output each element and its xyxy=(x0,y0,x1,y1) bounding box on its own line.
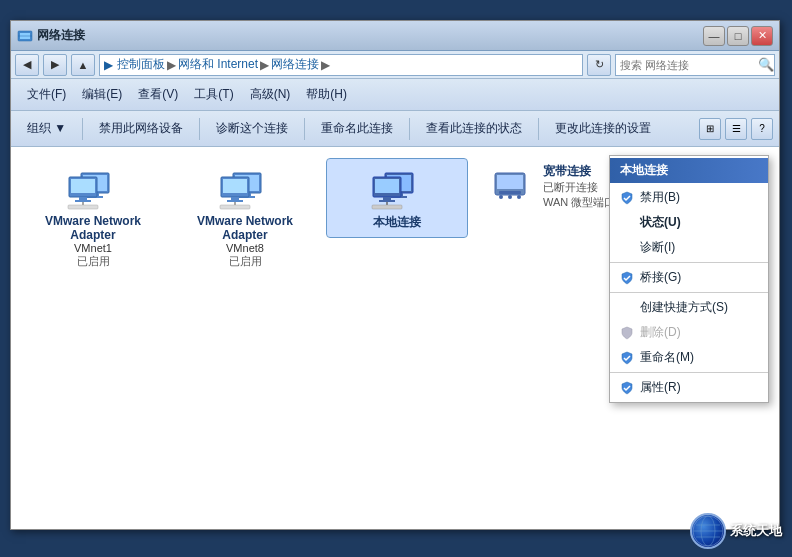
title-bar-left: 网络连接 xyxy=(17,27,85,44)
watermark: 系统天地 xyxy=(690,513,782,549)
vmnet8-card[interactable]: VMware Network Adapter VMnet8 已启用 xyxy=(175,159,315,275)
vmnet1-card[interactable]: VMware Network Adapter VMnet1 已启用 xyxy=(23,159,163,275)
vmnet1-status: 已启用 xyxy=(77,254,110,269)
vmnet8-sub: VMnet8 xyxy=(226,242,264,254)
ctx-shortcut[interactable]: 创建快捷方式(S) xyxy=(610,295,768,320)
back-button[interactable]: ◀ xyxy=(15,54,39,76)
menu-view[interactable]: 查看(V) xyxy=(130,82,186,107)
breadcrumb-home[interactable]: ▶ xyxy=(104,58,113,72)
breadcrumb-network-connections[interactable]: 网络连接 xyxy=(271,56,319,73)
close-button[interactable]: ✕ xyxy=(751,26,773,46)
ctx-diagnose[interactable]: 诊断(I) xyxy=(610,235,768,260)
divider-2 xyxy=(199,118,200,140)
refresh-button[interactable]: ↻ xyxy=(587,54,611,76)
ctx-delete-label: 删除(D) xyxy=(640,324,681,341)
main-window: 网络连接 — □ ✕ ◀ ▶ ▲ ▶ 控制面板 ▶ 网络和 Internet ▶… xyxy=(10,20,780,530)
menu-help[interactable]: 帮助(H) xyxy=(298,82,355,107)
ctx-rename[interactable]: 重命名(M) xyxy=(610,345,768,370)
menu-tools[interactable]: 工具(T) xyxy=(186,82,241,107)
content-area: VMware Network Adapter VMnet1 已启用 xyxy=(11,147,779,529)
shield-icon-delete xyxy=(620,326,634,340)
svg-point-36 xyxy=(499,195,503,199)
organize-button[interactable]: 组织 ▼ xyxy=(17,117,76,140)
breadcrumb-control-panel[interactable]: 控制面板 xyxy=(117,56,165,73)
watermark-text: 系统天地 xyxy=(730,522,782,540)
up-button[interactable]: ▲ xyxy=(71,54,95,76)
divider-4 xyxy=(409,118,410,140)
svg-rect-28 xyxy=(375,179,399,193)
ctx-sep-3 xyxy=(610,372,768,373)
svg-rect-32 xyxy=(372,205,402,209)
svg-rect-35 xyxy=(499,191,521,194)
title-bar-buttons: — □ ✕ xyxy=(703,26,773,46)
minimize-button[interactable]: — xyxy=(703,26,725,46)
vmnet8-status: 已启用 xyxy=(229,254,262,269)
watermark-globe xyxy=(690,513,726,549)
ctx-properties[interactable]: 属性(R) xyxy=(610,375,768,400)
title-bar: 网络连接 — □ ✕ xyxy=(11,21,779,51)
breadcrumb-network-internet[interactable]: 网络和 Internet xyxy=(178,56,258,73)
search-icon[interactable]: 🔍 xyxy=(758,57,774,72)
context-menu: 本地连接 禁用(B) 状态(U) 诊断(I) xyxy=(609,155,769,403)
menu-advanced[interactable]: 高级(N) xyxy=(242,82,299,107)
address-bar: ◀ ▶ ▲ ▶ 控制面板 ▶ 网络和 Internet ▶ 网络连接 ▶ ↻ 🔍 xyxy=(11,51,779,79)
svg-point-38 xyxy=(517,195,521,199)
local-icon xyxy=(367,165,427,210)
window-title: 网络连接 xyxy=(37,27,85,44)
local-name: 本地连接 xyxy=(373,214,421,231)
change-settings-button[interactable]: 更改此连接的设置 xyxy=(545,117,661,140)
diagnose-button[interactable]: 诊断这个连接 xyxy=(206,117,298,140)
help-button[interactable]: ? xyxy=(751,118,773,140)
ctx-disable[interactable]: 禁用(B) xyxy=(610,185,768,210)
svg-rect-20 xyxy=(227,200,243,202)
svg-rect-34 xyxy=(497,175,523,189)
disable-device-button[interactable]: 禁用此网络设备 xyxy=(89,117,193,140)
ctx-rename-label: 重命名(M) xyxy=(640,349,694,366)
ctx-shortcut-label: 创建快捷方式(S) xyxy=(640,299,728,316)
ctx-delete: 删除(D) xyxy=(610,320,768,345)
ctx-sep-1 xyxy=(610,262,768,263)
vmnet8-name: VMware Network Adapter xyxy=(181,214,309,242)
action-bar: 组织 ▼ 禁用此网络设备 诊断这个连接 重命名此连接 查看此连接的状态 更改此连… xyxy=(11,111,779,147)
vmnet8-icon xyxy=(215,165,275,210)
address-path[interactable]: ▶ 控制面板 ▶ 网络和 Internet ▶ 网络连接 ▶ xyxy=(99,54,583,76)
view-icon-button[interactable]: ⊞ xyxy=(699,118,721,140)
vmnet1-sub: VMnet1 xyxy=(74,242,112,254)
svg-rect-22 xyxy=(220,205,250,209)
shield-icon-bridge xyxy=(620,271,634,285)
shield-icon-rename xyxy=(620,351,634,365)
view-list-button[interactable]: ☰ xyxy=(725,118,747,140)
context-menu-header: 本地连接 xyxy=(610,158,768,183)
menu-bar: 文件(F) 编辑(E) 查看(V) 工具(T) 高级(N) 帮助(H) xyxy=(11,79,779,111)
shield-icon-properties xyxy=(620,381,634,395)
svg-point-37 xyxy=(508,195,512,199)
divider-1 xyxy=(82,118,83,140)
svg-rect-12 xyxy=(68,205,98,209)
ctx-diagnose-label: 诊断(I) xyxy=(640,239,675,256)
menu-edit[interactable]: 编辑(E) xyxy=(74,82,130,107)
menu-file[interactable]: 文件(F) xyxy=(19,82,74,107)
ctx-bridge[interactable]: 桥接(G) xyxy=(610,265,768,290)
search-box: 🔍 xyxy=(615,54,775,76)
svg-rect-9 xyxy=(79,197,87,200)
window-icon xyxy=(17,28,33,44)
svg-rect-8 xyxy=(71,179,95,193)
svg-rect-30 xyxy=(379,200,395,202)
svg-rect-18 xyxy=(223,179,247,193)
ctx-status[interactable]: 状态(U) xyxy=(610,210,768,235)
action-bar-right: ⊞ ☰ ? xyxy=(699,118,773,140)
ctx-disable-label: 禁用(B) xyxy=(640,189,680,206)
svg-rect-10 xyxy=(75,200,91,202)
vmnet1-icon xyxy=(63,165,123,210)
ctx-sep-2 xyxy=(610,292,768,293)
maximize-button[interactable]: □ xyxy=(727,26,749,46)
rename-button[interactable]: 重命名此连接 xyxy=(311,117,403,140)
forward-button[interactable]: ▶ xyxy=(43,54,67,76)
ctx-properties-label: 属性(R) xyxy=(640,379,681,396)
globe-icon xyxy=(692,515,724,547)
svg-rect-19 xyxy=(231,197,239,200)
ctx-status-label: 状态(U) xyxy=(640,214,681,231)
view-status-button[interactable]: 查看此连接的状态 xyxy=(416,117,532,140)
search-input[interactable] xyxy=(620,59,758,71)
local-connection-card[interactable]: 本地连接 xyxy=(327,159,467,237)
